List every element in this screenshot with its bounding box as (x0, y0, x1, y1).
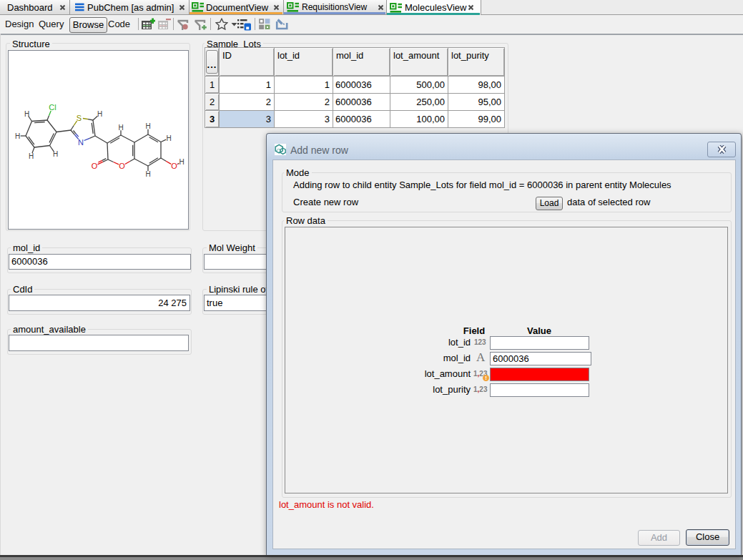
svg-text:H: H (15, 132, 20, 140)
svg-text:H: H (53, 150, 58, 158)
svg-text:O: O (92, 162, 98, 170)
svg-text:H: H (145, 122, 150, 130)
svg-text:S: S (77, 114, 82, 122)
svg-text:H: H (24, 110, 29, 118)
svg-text:H: H (97, 110, 102, 118)
svg-text:H: H (118, 124, 123, 132)
svg-text:Cl: Cl (49, 103, 56, 112)
svg-text:H: H (179, 158, 184, 166)
svg-text:H: H (29, 152, 34, 160)
svg-text:O: O (119, 162, 125, 170)
svg-text:N: N (78, 138, 84, 147)
svg-text:H: H (166, 134, 171, 142)
svg-text:O: O (171, 162, 177, 170)
svg-text:H: H (145, 170, 150, 178)
